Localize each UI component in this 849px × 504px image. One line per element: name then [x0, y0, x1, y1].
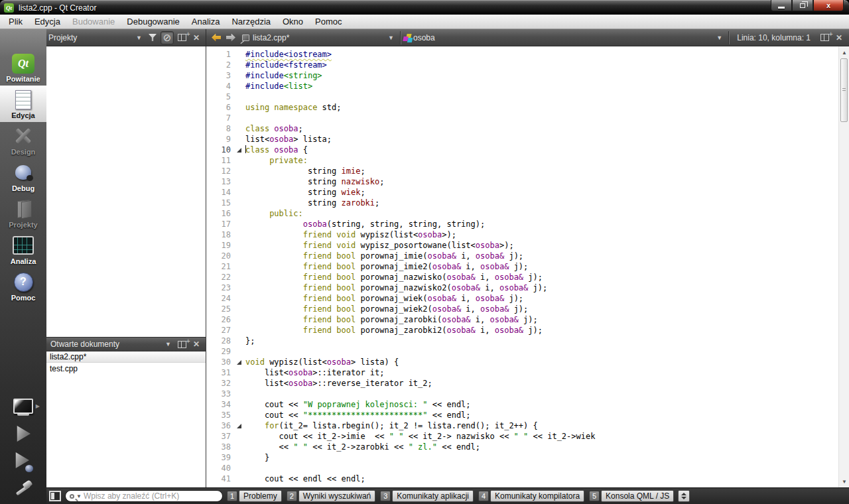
- code-line-16[interactable]: 16 public:: [206, 208, 838, 219]
- code-line-12[interactable]: 12 string imie;: [206, 166, 838, 176]
- pin-file-button[interactable]: [239, 31, 252, 44]
- fold-marker-icon[interactable]: [234, 420, 245, 431]
- code-line-3[interactable]: 3#include<string>: [206, 70, 838, 81]
- mode-design[interactable]: Design: [0, 122, 46, 158]
- projects-pane-selector[interactable]: Projekty: [48, 33, 77, 42]
- code-line-30[interactable]: 30void wypisz(list<osoba> lista) {: [206, 357, 838, 367]
- code-line-38[interactable]: 38 << " " << it_2->zarobki << " zl." << …: [206, 442, 838, 452]
- code-line-2[interactable]: 2#include<fstream>: [206, 60, 838, 70]
- output-pane-3[interactable]: 3Komunikaty aplikacji: [380, 490, 474, 502]
- fold-marker-icon[interactable]: [234, 357, 245, 367]
- code-line-35[interactable]: 35 cout << "************************" <<…: [206, 410, 838, 420]
- scrollbar-thumb[interactable]: [840, 58, 848, 122]
- split-button[interactable]: [175, 31, 188, 44]
- code-line-36[interactable]: 36 for(it_2= lista.rbegin(); it_2 != lis…: [206, 420, 838, 431]
- menu-item-plik[interactable]: Plik: [3, 15, 29, 28]
- menu-item-edycja[interactable]: Edycja: [29, 15, 66, 28]
- tool-run[interactable]: [12, 423, 34, 444]
- menu-item-analiza[interactable]: Analiza: [186, 15, 226, 28]
- open-file-selector[interactable]: lista2.cpp* ▼: [253, 33, 397, 42]
- menu-item-debugowanie[interactable]: Debugowanie: [121, 15, 186, 28]
- code-line-14[interactable]: 14 string wiek;: [206, 187, 838, 198]
- output-pane-5[interactable]: 5Konsola QML / JS: [589, 490, 674, 502]
- code-line-39[interactable]: 39 }: [206, 452, 838, 463]
- go-forward-button[interactable]: [224, 31, 237, 44]
- chevron-down-icon[interactable]: ▼: [165, 341, 171, 347]
- code-line-33[interactable]: 33: [206, 389, 838, 399]
- code-line-40[interactable]: 40: [206, 463, 838, 473]
- scroll-up-arrow-icon[interactable]: ▲: [839, 48, 849, 57]
- code-line-37[interactable]: 37 cout << it_2->imie << " " << it_2-> n…: [206, 431, 838, 442]
- code-line-19[interactable]: 19 friend void wypisz_posortowane(list<o…: [206, 240, 838, 251]
- menu-item-narzędzia[interactable]: Narzędzia: [226, 15, 277, 28]
- filter-button[interactable]: [146, 31, 159, 44]
- mode-powitanie[interactable]: Powitanie: [0, 50, 46, 86]
- code-line-28[interactable]: 28};: [206, 336, 838, 346]
- code-line-32[interactable]: 32 list<osoba>::reverse_iterator it_2;: [206, 378, 838, 389]
- code-line-41[interactable]: 41 cout << endl << endl;: [206, 473, 838, 484]
- code-line-6[interactable]: 6using namespace std;: [206, 102, 838, 113]
- code-line-1[interactable]: 1#include<iostream>: [206, 49, 838, 60]
- close-pane-button[interactable]: ✕: [190, 31, 203, 44]
- mode-analiza[interactable]: Analiza: [0, 231, 46, 268]
- locator-search[interactable]: ▼: [65, 490, 223, 502]
- synchronize-with-editor-button[interactable]: ⊘: [161, 31, 174, 44]
- go-back-button[interactable]: [210, 31, 223, 44]
- menu-item-okno[interactable]: Okno: [277, 15, 309, 28]
- mode-pomoc[interactable]: Pomoc: [0, 268, 46, 304]
- open-document-item[interactable]: lista2.cpp*: [46, 351, 206, 363]
- code-line-22[interactable]: 22 friend bool porownaj_nazwisko(osoba& …: [206, 272, 838, 283]
- code-line-21[interactable]: 21 friend bool porownaj_imie2(osoba& i, …: [206, 261, 838, 272]
- code-line-10[interactable]: 10class osoba {: [206, 145, 838, 155]
- mode-edycja[interactable]: Edycja: [0, 86, 46, 122]
- code-line-13[interactable]: 13 string nazwisko;: [206, 176, 838, 187]
- code-line-9[interactable]: 9list<osoba> lista;: [206, 134, 838, 145]
- split-button[interactable]: [175, 338, 188, 351]
- code-line-34[interactable]: 34 cout << "W poprawnej kolejnosci: " <<…: [206, 399, 838, 410]
- code-line-27[interactable]: 27 friend bool porownaj_zarobki2(osoba& …: [206, 325, 838, 336]
- split-editor-button[interactable]: [818, 31, 831, 44]
- mode-projekty[interactable]: Projekty: [0, 195, 46, 231]
- tool-build[interactable]: [12, 479, 34, 500]
- code-line-18[interactable]: 18 friend void wypisz(list<osoba>);: [206, 229, 838, 240]
- mode-debug[interactable]: Debug: [0, 158, 46, 195]
- output-pane-4[interactable]: 4Komunikaty kompilatora: [478, 490, 584, 502]
- code-line-7[interactable]: 7: [206, 113, 838, 123]
- code-line-11[interactable]: 11 private:: [206, 155, 838, 166]
- code-editor[interactable]: 1#include<iostream>2#include<fstream>3#i…: [206, 46, 849, 487]
- code-line-23[interactable]: 23 friend bool porownaj_nazwisko2(osoba&…: [206, 283, 838, 293]
- code-line-29[interactable]: 29: [206, 346, 838, 357]
- code-line-26[interactable]: 26 friend bool porownaj_zarobki(osoba& i…: [206, 314, 838, 325]
- menu-item-budowanie[interactable]: Budowanie: [66, 15, 121, 28]
- output-pane-spinner[interactable]: [678, 490, 690, 502]
- close-pane-button[interactable]: ✕: [190, 338, 203, 351]
- fold-marker-icon[interactable]: [234, 145, 245, 155]
- tool-run-debug[interactable]: [12, 451, 34, 472]
- tool-kit-selector[interactable]: ▶: [12, 395, 34, 416]
- code-line-24[interactable]: 24 friend bool porownaj_wiek(osoba& i, o…: [206, 293, 838, 304]
- scroll-down-arrow-icon[interactable]: ▼: [839, 477, 849, 486]
- close-button[interactable]: x: [813, 0, 844, 11]
- code-line-8[interactable]: 8class osoba;: [206, 123, 838, 134]
- open-documents-pane-selector[interactable]: Otwarte dokumenty: [50, 340, 162, 349]
- symbol-selector[interactable]: osoba ▼: [403, 33, 726, 42]
- sidebar-toggle-icon[interactable]: [49, 491, 61, 501]
- code-line-5[interactable]: 5: [206, 92, 838, 102]
- code-line-17[interactable]: 17 osoba(string, string, string, string)…: [206, 219, 838, 229]
- output-pane-1[interactable]: 1Problemy: [227, 490, 282, 502]
- code-line-25[interactable]: 25 friend bool porownaj_wiek2(osoba& i, …: [206, 304, 838, 314]
- code-line-4[interactable]: 4#include<list>: [206, 81, 838, 92]
- vertical-scrollbar[interactable]: ▲ ▼: [838, 46, 849, 487]
- open-document-item[interactable]: test.cpp: [46, 363, 206, 374]
- close-editor-button[interactable]: ✕: [832, 31, 846, 44]
- code-line-31[interactable]: 31 list<osoba>::iterator it;: [206, 367, 838, 378]
- projects-panel-body[interactable]: Otwarte dokumenty ▼ ✕ lista2.cpp*test.cp…: [46, 46, 206, 487]
- chevron-down-icon[interactable]: ▼: [136, 34, 142, 41]
- code-area[interactable]: 1#include<iostream>2#include<fstream>3#i…: [206, 46, 838, 487]
- locator-input[interactable]: [84, 491, 218, 501]
- code-line-15[interactable]: 15 string zarobki;: [206, 198, 838, 208]
- menu-item-pomoc[interactable]: Pomoc: [309, 15, 348, 28]
- output-pane-2[interactable]: 2Wyniki wyszukiwań: [287, 490, 376, 502]
- title-bar[interactable]: Qt lista2.cpp - Qt Creator: [0, 0, 849, 15]
- code-line-20[interactable]: 20 friend bool porownaj_imie(osoba& i, o…: [206, 251, 838, 261]
